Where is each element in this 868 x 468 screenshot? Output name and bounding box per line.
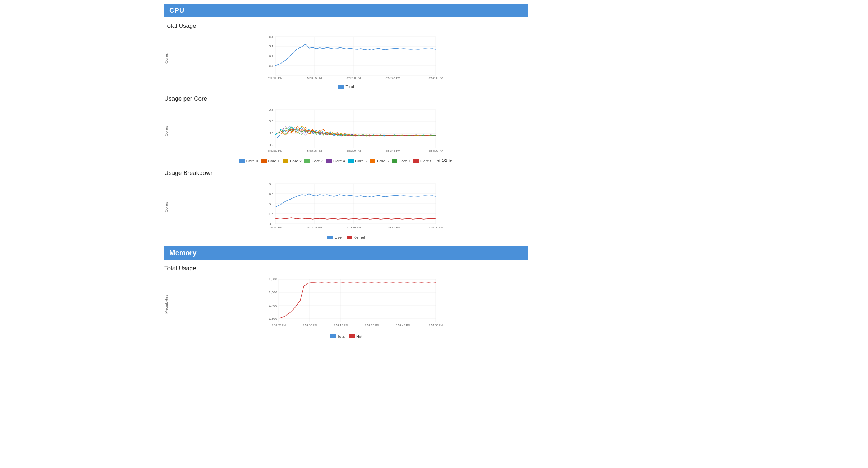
legend-item-mem-hot: Hot <box>349 334 362 338</box>
svg-text:5:53:00 PM: 5:53:00 PM <box>268 76 283 80</box>
svg-text:5:53:30 PM: 5:53:30 PM <box>347 76 361 80</box>
per-core-chart-inner: 0.8 0.6 0.4 0.2 5:53:00 PM 5:53:15 PM 5:… <box>172 106 528 156</box>
svg-text:5.8: 5.8 <box>269 35 273 39</box>
legend-label-core3: Core 3 <box>312 159 323 163</box>
page-nav[interactable]: ◄ 1/2 ► <box>436 158 453 163</box>
svg-text:5:53:15 PM: 5:53:15 PM <box>334 324 348 327</box>
per-core-chart: Cores 0.8 <box>164 106 528 163</box>
svg-text:0.8: 0.8 <box>269 108 273 111</box>
cpu-section-header: CPU <box>164 4 528 17</box>
svg-text:5:53:30 PM: 5:53:30 PM <box>365 324 379 327</box>
legend-label-core4: Core 4 <box>333 159 345 163</box>
svg-text:1,500: 1,500 <box>269 291 277 294</box>
legend-color-total <box>338 85 344 89</box>
legend-item-user: User <box>327 235 343 240</box>
svg-text:5:54:00 PM: 5:54:00 PM <box>429 226 443 229</box>
breakdown-chart-wrap: Cores <box>164 180 528 234</box>
svg-text:1.5: 1.5 <box>269 212 273 216</box>
svg-text:5.1: 5.1 <box>269 45 273 48</box>
svg-text:0.4: 0.4 <box>269 131 273 135</box>
legend-item-core7: Core 7 <box>392 159 410 163</box>
memory-total-chart: Megabytes <box>164 276 528 338</box>
legend-item-core4: Core 4 <box>326 159 345 163</box>
legend-label-core8: Core 8 <box>420 159 432 163</box>
svg-text:5:54:00 PM: 5:54:00 PM <box>429 76 443 80</box>
svg-text:5:53:00 PM: 5:53:00 PM <box>268 226 283 229</box>
svg-text:4.4: 4.4 <box>269 54 273 58</box>
breakdown-chart-inner: 6.0 4.5 3.0 1.5 0.0 5:53:00 PM 5:53:15 P… <box>172 180 528 234</box>
legend-label-total: Total <box>345 85 354 89</box>
memory-total-chart-wrap: Megabytes <box>164 276 528 333</box>
svg-text:5:53:30 PM: 5:53:30 PM <box>347 226 361 229</box>
cpu-title: CPU <box>169 6 184 14</box>
legend-label-kernel: Kernel <box>354 235 365 240</box>
memory-total-svg: 1,600 1,500 1,400 1,300 5:52:45 PM 5:53:… <box>172 276 528 333</box>
breakdown-title: Usage Breakdown <box>164 170 528 177</box>
total-usage-chart: Cores <box>164 33 528 89</box>
legend-label-user: User <box>334 235 343 240</box>
legend-item-total: Total <box>338 85 354 89</box>
total-usage-svg: 5.8 5.1 4.4 3.7 5:53:00 PM 5:53:15 PM 5:… <box>172 33 528 83</box>
legend-item-kernel: Kernel <box>347 235 365 240</box>
svg-text:5:53:15 PM: 5:53:15 PM <box>307 149 322 152</box>
per-core-svg: 0.8 0.6 0.4 0.2 5:53:00 PM 5:53:15 PM 5:… <box>172 106 528 156</box>
svg-text:3.7: 3.7 <box>269 64 273 67</box>
legend-label-mem-total: Total <box>337 334 345 338</box>
per-core-legend: Core 0 Core 1 Core 2 Core 3 <box>239 159 432 163</box>
per-core-title: Usage per Core <box>164 95 528 102</box>
legend-item-core0: Core 0 <box>239 159 258 163</box>
legend-item-core5: Core 5 <box>348 159 367 163</box>
breakdown-svg: 6.0 4.5 3.0 1.5 0.0 5:53:00 PM 5:53:15 P… <box>172 180 528 234</box>
memory-total-legend: Total Hot <box>164 334 528 338</box>
svg-text:0.6: 0.6 <box>269 120 273 123</box>
svg-text:1,600: 1,600 <box>269 277 277 281</box>
legend-label-mem-hot: Hot <box>356 334 362 338</box>
page-label: 1/2 <box>442 158 447 162</box>
svg-text:1,400: 1,400 <box>269 304 277 307</box>
svg-text:5:53:45 PM: 5:53:45 PM <box>386 149 400 152</box>
per-core-chart-wrap: Cores 0.8 <box>164 106 528 156</box>
total-usage-title: Total Usage <box>164 22 528 30</box>
svg-text:5:54:00 PM: 5:54:00 PM <box>429 149 443 152</box>
total-usage-legend: Total <box>164 85 528 89</box>
svg-text:0.2: 0.2 <box>269 143 273 147</box>
svg-text:5:53:45 PM: 5:53:45 PM <box>386 76 400 80</box>
per-core-y-label: Cores <box>164 106 171 156</box>
svg-text:5:53:00 PM: 5:53:00 PM <box>268 149 283 152</box>
svg-text:5:53:00 PM: 5:53:00 PM <box>303 324 317 327</box>
svg-text:5:53:15 PM: 5:53:15 PM <box>307 226 322 229</box>
per-core-legend-row: Core 0 Core 1 Core 2 Core 3 <box>164 157 528 163</box>
legend-item-core3: Core 3 <box>304 159 323 163</box>
legend-label-core7: Core 7 <box>399 159 410 163</box>
total-usage-chart-wrap: Cores <box>164 33 528 83</box>
svg-text:5:52:45 PM: 5:52:45 PM <box>272 324 286 327</box>
legend-item-mem-total: Total <box>330 334 345 338</box>
content-area: CPU Total Usage Cores <box>157 4 535 359</box>
page-container: CPU Total Usage Cores <box>0 4 868 468</box>
svg-text:6.0: 6.0 <box>269 182 273 186</box>
svg-text:1,300: 1,300 <box>269 317 277 321</box>
legend-label-core5: Core 5 <box>355 159 367 163</box>
svg-text:3.0: 3.0 <box>269 202 273 206</box>
total-usage-chart-inner: 5.8 5.1 4.4 3.7 5:53:00 PM 5:53:15 PM 5:… <box>172 33 528 83</box>
total-usage-y-label: Cores <box>164 33 171 83</box>
legend-label-core0: Core 0 <box>246 159 258 163</box>
memory-total-usage-title: Total Usage <box>164 265 528 272</box>
breakdown-y-label: Cores <box>164 180 171 234</box>
legend-item-core6: Core 6 <box>370 159 389 163</box>
svg-text:5:54:00 PM: 5:54:00 PM <box>429 324 443 327</box>
breakdown-legend: User Kernel <box>164 235 528 240</box>
breakdown-chart: Cores <box>164 180 528 240</box>
svg-text:0.0: 0.0 <box>269 222 273 226</box>
legend-item-core8: Core 8 <box>413 159 432 163</box>
svg-text:5:53:15 PM: 5:53:15 PM <box>307 76 322 80</box>
svg-text:5:53:30 PM: 5:53:30 PM <box>347 149 361 152</box>
memory-section-header: Memory <box>164 246 528 260</box>
svg-text:5:53:45 PM: 5:53:45 PM <box>396 324 410 327</box>
legend-label-core6: Core 6 <box>377 159 389 163</box>
legend-label-core1: Core 1 <box>268 159 280 163</box>
prev-page-arrow[interactable]: ◄ <box>436 158 440 163</box>
legend-item-core2: Core 2 <box>283 159 302 163</box>
memory-total-chart-inner: 1,600 1,500 1,400 1,300 5:52:45 PM 5:53:… <box>172 276 528 333</box>
next-page-arrow[interactable]: ► <box>449 158 453 163</box>
